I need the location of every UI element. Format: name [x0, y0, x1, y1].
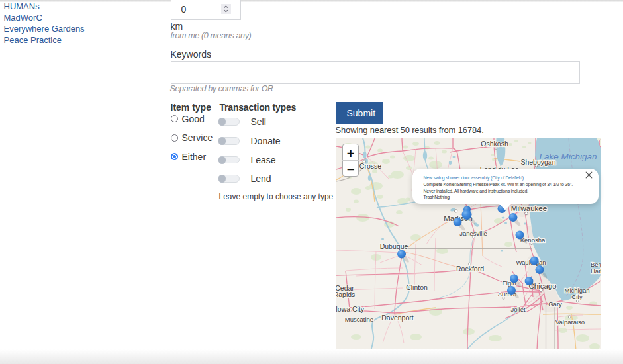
svg-text:Muscatine: Muscatine	[345, 316, 373, 323]
svg-text:Clinton: Clinton	[406, 283, 428, 291]
svg-text:Milwaukee: Milwaukee	[511, 205, 547, 212]
svg-text:Davenport: Davenport	[381, 314, 414, 322]
svg-text:Gary: Gary	[548, 300, 562, 308]
svg-text:Iowa City: Iowa City	[336, 305, 365, 313]
svg-text:Oshkosh: Oshkosh	[481, 140, 508, 148]
svg-text:Harbor: Harbor	[591, 267, 601, 275]
svg-text:Valparaiso: Valparaiso	[555, 318, 585, 326]
svg-text:Lake Michigan: Lake Michigan	[539, 152, 597, 161]
svg-text:City: City	[571, 293, 583, 300]
svg-text:Janesville: Janesville	[459, 230, 487, 237]
svg-text:Rapids: Rapids	[336, 291, 355, 298]
svg-text:Joliet: Joliet	[510, 306, 526, 313]
svg-text:Crosse: Crosse	[359, 162, 381, 170]
svg-text:Rockford: Rockford	[456, 265, 484, 273]
svg-text:Dubuque: Dubuque	[380, 242, 408, 250]
